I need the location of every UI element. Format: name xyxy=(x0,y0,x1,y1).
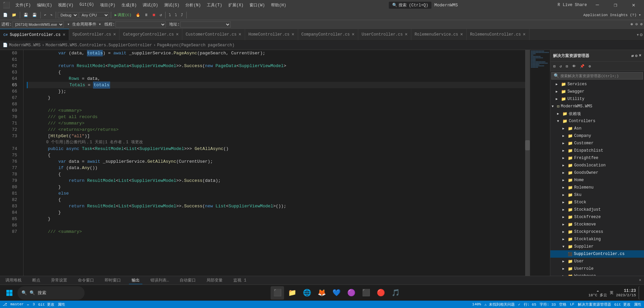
tab-company-controller[interactable]: CompanyController.cs × xyxy=(298,29,358,40)
menu-tools[interactable]: 工具(T) xyxy=(204,2,225,9)
thread-dropdown[interactable] xyxy=(116,21,166,28)
taskbar-clock[interactable]: 11:23 2023/2/15 xyxy=(616,289,636,297)
tab-close-home[interactable]: × xyxy=(291,32,294,37)
menu-view[interactable]: 视图(V) xyxy=(55,2,76,9)
platform-dropdown[interactable]: Any CPU xyxy=(79,12,109,18)
show-desktop-btn[interactable] xyxy=(639,286,641,300)
se-refresh-btn[interactable]: ↺ xyxy=(558,63,564,69)
breadcrumb-controller[interactable]: ModernWMS.WMS.Controllers.SupplierContro… xyxy=(46,43,152,48)
tab-close-supplier[interactable]: × xyxy=(62,32,65,38)
menu-window[interactable]: 窗口(W) xyxy=(247,2,268,9)
tree-user[interactable]: ▶ 📁 User xyxy=(550,258,644,265)
se-filter-btn[interactable]: ⊟ xyxy=(564,63,570,69)
se-preview-btn[interactable]: 📌 xyxy=(578,63,586,69)
taskbar-edge[interactable]: 🌐 xyxy=(300,286,314,300)
properties-btn2[interactable]: 属性 xyxy=(634,302,641,307)
git-branch-label[interactable]: master xyxy=(10,302,24,306)
bp-tab-auto[interactable]: 自动窗口 xyxy=(177,277,198,284)
tree-goodsowner[interactable]: ▶ 📁 GoodsOwner xyxy=(550,169,644,176)
taskbar-firefox[interactable]: 🦊 xyxy=(315,286,328,300)
tab-close-user[interactable]: × xyxy=(405,32,407,37)
tree-stockprocess[interactable]: ▶ 📁 Stockprocess xyxy=(550,228,644,236)
tab-overflow-btn[interactable]: ▾ xyxy=(636,32,639,38)
tree-stock[interactable]: ▶ 📁 Stock xyxy=(550,199,644,206)
menu-test[interactable]: 测试(S) xyxy=(162,2,182,9)
search-box[interactable]: 🔍 搜索 (Ctrl+Q) xyxy=(389,2,432,9)
tab-rolemenu-service[interactable]: RolemenuService.cs × xyxy=(411,29,467,40)
pause-btn[interactable]: ⏸ xyxy=(143,12,150,18)
close-button[interactable]: ✕ xyxy=(626,0,641,10)
tree-goodslocation[interactable]: ▶ 📁 Goodslocation xyxy=(550,162,644,169)
bottom-panel-close[interactable]: × xyxy=(639,278,641,283)
start-button[interactable] xyxy=(3,286,16,300)
bp-tab-errorlist[interactable]: 错误列表… xyxy=(148,277,172,284)
restore-button[interactable]: ❐ xyxy=(608,0,623,10)
tab-close-company[interactable]: × xyxy=(352,32,355,37)
bp-tab-output[interactable]: 输出 xyxy=(129,277,142,284)
menu-analyze[interactable]: 分析(N) xyxy=(183,2,203,9)
tree-dependencies[interactable]: ▶ 📁 依赖项 xyxy=(550,110,644,117)
new-file-btn[interactable]: 📄 xyxy=(1,12,9,18)
save-all-btn[interactable]: 💾 xyxy=(31,12,39,18)
tree-freightfee[interactable]: ▶ 📁 Freightfee xyxy=(550,154,644,162)
tab-pin-btn[interactable]: ⚙ xyxy=(640,32,643,38)
save-btn[interactable]: 💾 xyxy=(22,12,30,18)
tree-utility[interactable]: ▶ 📁 Utility xyxy=(550,95,644,103)
debug-config-dropdown[interactable]: Debug xyxy=(58,12,78,18)
tab-close-spu[interactable]: × xyxy=(113,32,116,37)
app-insights-btn[interactable]: Application Insights (?) ▾ xyxy=(582,12,643,18)
breadcrumb-project[interactable]: ModernWMS.WMS xyxy=(9,43,41,48)
process-dropdown[interactable]: [26716] ModernWMS.exe xyxy=(12,21,64,28)
tree-stockadjust[interactable]: ▶ 📁 Stockadjust xyxy=(550,206,644,213)
tab-home-controller[interactable]: HomeController.cs × xyxy=(245,29,298,40)
menu-build[interactable]: 生成(B) xyxy=(119,2,140,9)
tree-supplier-controller-file[interactable]: ⬛ SupplierController.cs xyxy=(550,250,644,258)
menu-help[interactable]: 帮助(H) xyxy=(268,2,289,9)
taskbar-vs-icon[interactable]: ⬛ xyxy=(271,286,284,300)
lang-indicator[interactable]: 英 xyxy=(610,290,613,295)
open-btn[interactable]: 📁 xyxy=(10,12,18,18)
tree-supplier[interactable]: ▼ 📁 Supplier xyxy=(550,243,644,250)
tab-rolemenu-controller[interactable]: RolemenuController.cs × xyxy=(467,29,530,40)
bp-tab-exceptions[interactable]: 异常设置 xyxy=(48,277,70,284)
taskbar-music[interactable]: 🎵 xyxy=(389,286,402,300)
minimize-button[interactable]: — xyxy=(590,0,605,10)
tab-spu-controller[interactable]: SpuController.cs × xyxy=(69,29,120,40)
tab-close-category[interactable]: × xyxy=(176,32,179,37)
bp-tab-commandwindow[interactable]: 命令窗口 xyxy=(75,277,97,284)
se-close-btn[interactable]: × xyxy=(639,53,641,58)
tab-category-controller[interactable]: CategoryController.cs × xyxy=(120,29,182,40)
bp-tab-immediate[interactable]: 即时窗口 xyxy=(102,277,124,284)
tab-close-rolemenu-ctrl[interactable]: × xyxy=(523,32,525,37)
hot-reload-btn[interactable]: 🔥 xyxy=(134,12,142,18)
se-collapse-btn[interactable]: ⊟ xyxy=(552,63,557,69)
tree-swagger[interactable]: ▶ 📁 Swagger xyxy=(550,88,644,95)
menu-extensions[interactable]: 扩展(X) xyxy=(226,2,246,9)
tab-close-customer[interactable]: × xyxy=(238,32,241,37)
properties-btn[interactable]: 属性 xyxy=(58,302,65,307)
tree-warehouse[interactable]: ▶ 📁 Warehouse xyxy=(550,272,644,276)
tree-services-top[interactable]: ▶ 📁 Services xyxy=(550,81,644,88)
tree-stockmove[interactable]: ▶ 📁 Stockmove xyxy=(550,221,644,228)
tab-close-rolemenu-svc[interactable]: × xyxy=(460,32,463,37)
bp-tab-watch1[interactable]: 监视 1 xyxy=(231,277,249,284)
tab-customer-controller[interactable]: CustomerController.cs × xyxy=(182,29,245,40)
editor-scrollbar[interactable] xyxy=(525,50,530,276)
tree-modernwms-wms[interactable]: ▼ ⊡ ModernWMS.WMS xyxy=(550,103,644,110)
run-btn[interactable]: ▶ 调度(C) xyxy=(113,12,133,18)
git-label-btn[interactable]: Git 更改 xyxy=(38,302,54,307)
breadcrumb-method[interactable]: PageAsync(PageSearch pageSearch) xyxy=(157,43,234,48)
taskbar-terminal[interactable]: ⬛ xyxy=(359,286,373,300)
tree-userrole[interactable]: ▶ 📁 Userrole xyxy=(550,265,644,272)
git-changes-btn2[interactable]: Git 更改 xyxy=(614,302,631,307)
menu-file[interactable]: 文件(F) xyxy=(13,2,34,9)
tree-asn[interactable]: ▶ 📁 Asn xyxy=(550,125,644,132)
taskbar-weather[interactable]: ☁ 18°C 多云 xyxy=(589,288,607,298)
tab-supplier-controller[interactable]: C# SupplierController.cs × xyxy=(0,29,69,40)
step-out-btn[interactable]: ⤴ xyxy=(179,12,185,18)
tab-user-controller[interactable]: UserController.cs × xyxy=(358,29,411,40)
se-settings-btn[interactable]: ⚙ xyxy=(587,63,593,69)
taskbar-blue-app[interactable]: 💙 xyxy=(330,286,343,300)
stack-dropdown[interactable] xyxy=(180,21,231,28)
solution-explorer-label[interactable]: 解决方案资源管理器 xyxy=(578,302,611,307)
